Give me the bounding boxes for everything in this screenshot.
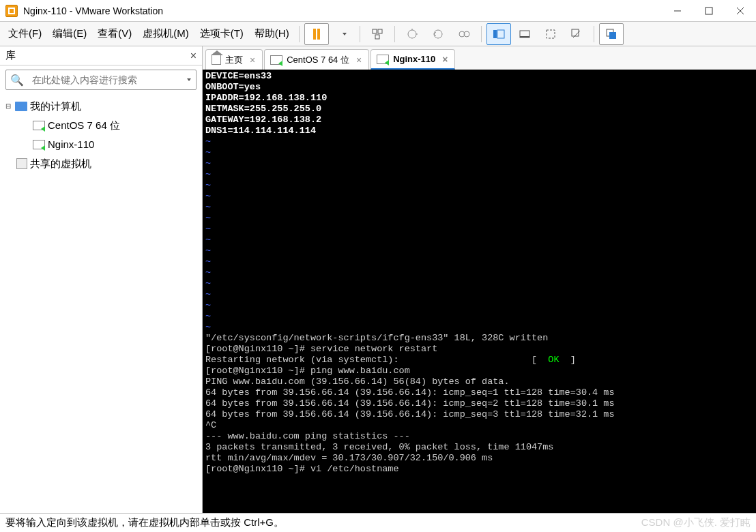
pause-button[interactable]: [304, 23, 329, 45]
terminal-config-block: DEVICE=ens33 ONBOOT=yes IPADDR=192.168.1…: [205, 71, 327, 136]
close-tab-icon[interactable]: ×: [442, 54, 448, 65]
tree-label: 共享的虚拟机: [30, 154, 91, 173]
status-bar: 要将输入定向到该虚拟机，请在虚拟机内部单击或按 Ctrl+G。 CSDN @小飞…: [0, 513, 756, 532]
terminal-written: "/etc/sysconfig/network-scripts/ifcfg-en…: [205, 333, 548, 343]
terminal-restart: Restarting network (via systemctl): [ OK…: [205, 355, 576, 365]
svg-rect-12: [497, 30, 504, 38]
status-hint: 要将输入定向到该虚拟机，请在虚拟机内部单击或按 Ctrl+G。: [5, 516, 284, 529]
terminal-ping-line: 64 bytes from 39.156.66.14 (39.156.66.14…: [205, 398, 615, 409]
terminal-ping-header: PING www.baidu.com (39.156.66.14) 56(84)…: [205, 376, 510, 387]
watermark: CSDN @小飞侠. 爱打盹: [641, 516, 751, 529]
tab-label: CentOS 7 64 位: [287, 54, 349, 66]
terminal-prompt3: [root@Nginx110 ~]# vi /etc/hostname: [205, 464, 399, 474]
home-icon: [212, 55, 221, 65]
tab-label: Nginx-110: [393, 54, 435, 64]
terminal-stats-line: 3 packets transmitted, 3 received, 0% pa…: [205, 442, 553, 452]
separator: [360, 26, 360, 42]
tree-label: CentOS 7 64 位: [48, 116, 120, 135]
vm-console-terminal[interactable]: DEVICE=ens33 ONBOOT=yes IPADDR=192.168.1…: [203, 70, 756, 513]
menu-view[interactable]: 查看(V): [92, 25, 137, 43]
menu-vm[interactable]: 虚拟机(M): [137, 25, 194, 43]
window-title: Nginx-110 - VMware Workstation: [23, 5, 662, 16]
svg-rect-5: [378, 29, 382, 33]
close-button[interactable]: [725, 0, 756, 22]
shared-icon: [16, 158, 27, 169]
svg-point-8: [434, 30, 442, 38]
separator: [594, 26, 594, 42]
svg-rect-15: [547, 30, 555, 38]
svg-rect-14: [520, 36, 529, 38]
svg-point-7: [408, 30, 416, 38]
tree-my-computer[interactable]: ⊟ 我的计算机: [0, 97, 202, 116]
library-title: 库: [5, 49, 16, 62]
tree-label: Nginx-110: [48, 135, 94, 154]
tree-vm-nginx[interactable]: Nginx-110: [0, 135, 202, 154]
search-input[interactable]: [28, 74, 183, 86]
vm-icon: [33, 121, 45, 130]
send-ctrl-alt-del-button[interactable]: [365, 23, 390, 45]
content-area: 主页 × CentOS 7 64 位 × Nginx-110 × DEVICE=…: [203, 46, 756, 513]
library-tree: ⊟ 我的计算机 CentOS 7 64 位 Nginx-110 共享的虚拟机: [0, 94, 202, 176]
close-tab-icon[interactable]: ×: [356, 55, 362, 65]
close-tab-icon[interactable]: ×: [250, 55, 255, 65]
maximize-button[interactable]: [693, 0, 725, 22]
terminal-prompt1: [root@Nginx110 ~]# service network resta…: [205, 344, 437, 354]
terminal-stats-line: rtt min/avg/max/mdev = 30.173/30.907/32.…: [205, 453, 493, 463]
svg-rect-11: [493, 30, 497, 38]
separator: [394, 26, 395, 42]
svg-rect-6: [375, 35, 379, 39]
minimize-button[interactable]: [662, 0, 693, 22]
unity-button[interactable]: [564, 23, 589, 45]
svg-rect-4: [373, 29, 377, 33]
search-icon: 🔍: [10, 74, 24, 87]
terminal-stats-header: --- www.baidu.com ping statistics ---: [205, 431, 410, 441]
snapshot-button[interactable]: [400, 23, 424, 45]
vm-icon: [377, 55, 389, 64]
terminal-ctrlc: ^C: [205, 420, 216, 430]
thumbnail-view-button[interactable]: [512, 23, 537, 45]
tree-vm-centos[interactable]: CentOS 7 64 位: [0, 116, 202, 135]
menu-file[interactable]: 文件(F): [3, 25, 47, 43]
menu-bar: 文件(F) 编辑(E) 查看(V) 虚拟机(M) 选项卡(T) 帮助(H): [0, 22, 756, 46]
tab-label: 主页: [225, 54, 243, 66]
manage-snapshots-button[interactable]: [452, 23, 476, 45]
revert-snapshot-button[interactable]: [426, 23, 450, 45]
search-dropdown-icon[interactable]: [187, 78, 191, 81]
separator: [299, 26, 300, 42]
terminal-ping-line: 64 bytes from 39.156.66.14 (39.156.66.14…: [205, 409, 615, 419]
console-view-button[interactable]: [599, 23, 624, 45]
collapse-icon[interactable]: ⊟: [4, 102, 12, 110]
library-search[interactable]: 🔍: [5, 70, 197, 90]
tree-label: 我的计算机: [30, 97, 81, 116]
vm-icon: [270, 55, 282, 65]
tab-home[interactable]: 主页 ×: [205, 49, 263, 70]
terminal-prompt2: [root@Nginx110 ~]# ping www.baidu.com: [205, 366, 410, 376]
close-library-icon[interactable]: ×: [190, 50, 197, 62]
fullscreen-button[interactable]: [538, 23, 563, 45]
library-header: 库 ×: [0, 46, 202, 65]
tab-nginx[interactable]: Nginx-110 ×: [370, 49, 455, 70]
window-titlebar: Nginx-110 - VMware Workstation: [0, 0, 756, 22]
monitor-icon: [15, 102, 27, 111]
tree-shared-vms[interactable]: 共享的虚拟机: [0, 154, 202, 173]
tab-centos[interactable]: CentOS 7 64 位 ×: [264, 49, 369, 70]
separator: [481, 26, 482, 42]
menu-edit[interactable]: 编辑(E): [47, 25, 92, 43]
vm-tabbar: 主页 × CentOS 7 64 位 × Nginx-110 ×: [203, 46, 756, 70]
app-icon: [5, 5, 18, 17]
power-dropdown[interactable]: [330, 23, 355, 45]
menu-help[interactable]: 帮助(H): [249, 25, 295, 43]
svg-rect-19: [609, 32, 616, 39]
svg-rect-1: [706, 8, 712, 14]
vm-icon: [33, 140, 45, 149]
library-sidebar: 库 × 🔍 ⊟ 我的计算机 CentOS 7 64 位 Nginx-110: [0, 46, 203, 513]
terminal-ping-line: 64 bytes from 39.156.66.14 (39.156.66.14…: [205, 387, 615, 398]
menu-tabs[interactable]: 选项卡(T): [194, 25, 249, 43]
show-library-button[interactable]: [486, 23, 511, 45]
